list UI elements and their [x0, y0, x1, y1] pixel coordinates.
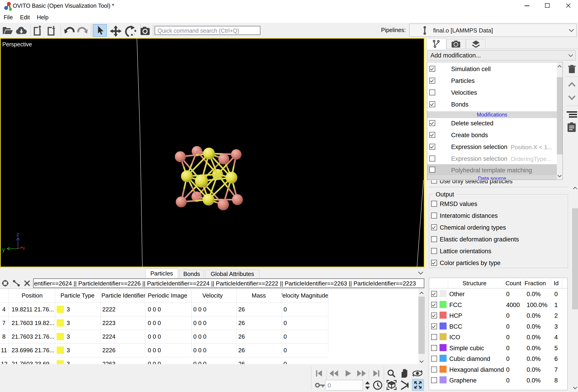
svg-text:x: x	[23, 245, 25, 251]
svg-text:y: y	[2, 246, 5, 253]
svg-text:z: z	[16, 231, 19, 237]
